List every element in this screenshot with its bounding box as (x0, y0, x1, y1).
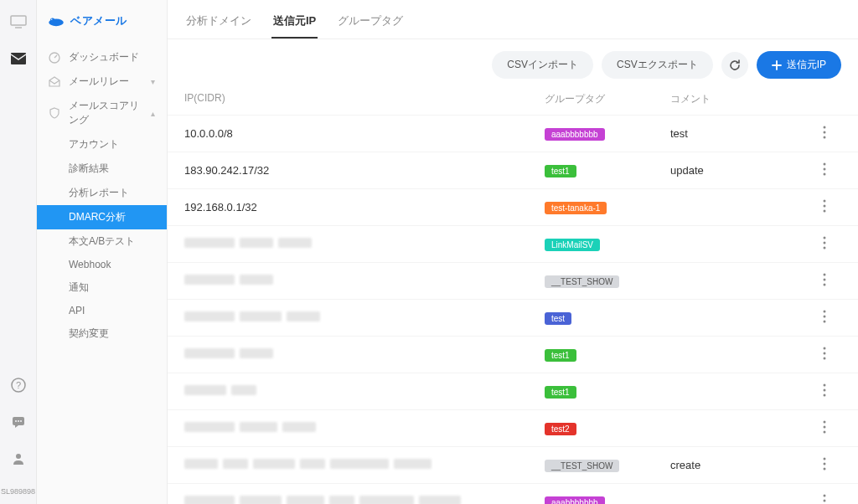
refresh-icon (728, 59, 742, 72)
cell-tag: test-tanaka-1 (545, 201, 670, 214)
svg-point-18 (824, 168, 826, 171)
row-more-button[interactable] (816, 420, 833, 436)
row-more-button[interactable] (816, 126, 833, 141)
tab-1[interactable]: 送信元IP (271, 8, 318, 39)
svg-point-21 (824, 205, 826, 208)
sidebar-sub-item-8[interactable]: 契約変更 (37, 321, 167, 346)
sidebar-item-2[interactable]: メールスコアリング▴ (37, 94, 167, 132)
table-row[interactable]: __TEST_SHOW (168, 262, 858, 299)
brand[interactable]: ベアメール (37, 0, 167, 45)
table-row[interactable]: aaabbbbbbb (168, 483, 858, 504)
svg-point-11 (50, 18, 54, 23)
cell-tag: __TEST_SHOW (545, 459, 670, 472)
table-row[interactable]: __TEST_SHOWcreate (168, 446, 858, 483)
group-tag-badge: LinkMailSV (545, 239, 600, 251)
user-icon[interactable] (10, 450, 27, 467)
row-more-button[interactable] (816, 347, 833, 363)
cell-ip: 183.90.242.17/32 (184, 164, 545, 177)
svg-point-40 (824, 431, 826, 434)
svg-point-19 (824, 173, 826, 176)
cell-comment: update (670, 164, 816, 177)
toolbar: CSVインポート CSVエクスポート 送信元IP (168, 39, 858, 84)
svg-point-14 (824, 126, 826, 129)
row-more-button[interactable] (816, 162, 833, 178)
row-more-button[interactable] (816, 457, 833, 473)
svg-point-43 (824, 468, 826, 471)
add-sender-ip-button[interactable]: 送信元IP (757, 51, 841, 79)
row-more-button[interactable] (816, 199, 833, 215)
cell-ip (184, 459, 545, 471)
cell-ip (184, 348, 545, 361)
svg-point-42 (824, 463, 826, 465)
row-more-button[interactable] (816, 236, 833, 252)
cell-ip: 192.168.0.1/32 (184, 201, 545, 213)
more-vert-icon (823, 310, 826, 323)
gauge-icon (49, 52, 60, 64)
cell-tag: aaabbbbbbb (545, 496, 670, 505)
table-row[interactable]: 192.168.0.1/32test-tanaka-1 (168, 188, 858, 225)
svg-point-24 (824, 242, 826, 244)
sidebar-sub-item-0[interactable]: アカウント (37, 132, 167, 157)
more-vert-icon (823, 199, 826, 213)
table-row[interactable]: 10.0.0.0/8aaabbbbbbbtest (168, 115, 858, 152)
table-row[interactable]: test (168, 299, 858, 336)
cell-tag: test1 (545, 164, 670, 177)
sidebar-item-0[interactable]: ダッシュボード (37, 45, 167, 69)
sidebar-item-1[interactable]: メールリレー▾ (37, 69, 167, 94)
table-row[interactable]: test2 (168, 409, 858, 446)
svg-point-35 (824, 384, 826, 387)
row-more-button[interactable] (816, 310, 833, 326)
cell-tag: LinkMailSV (545, 238, 670, 251)
refresh-button[interactable] (721, 52, 748, 79)
sidebar: ベアメール ダッシュボードメールリレー▾メールスコアリング▴アカウント診断結果分… (37, 0, 168, 504)
svg-point-39 (824, 426, 826, 429)
add-ip-label: 送信元IP (787, 58, 826, 72)
svg-point-29 (824, 311, 826, 313)
table-header: IP(CIDR) グループタグ コメント (168, 84, 858, 115)
svg-point-6 (15, 420, 17, 422)
sidebar-sub-item-4[interactable]: 本文A/Bテスト (37, 229, 167, 254)
cell-tag: test1 (545, 385, 670, 399)
svg-rect-0 (11, 16, 26, 25)
shield-icon (49, 107, 60, 119)
cell-comment: test (670, 127, 816, 140)
tab-2[interactable]: グループタグ (336, 8, 405, 39)
chevron-icon: ▾ (151, 77, 155, 86)
more-vert-icon (823, 236, 826, 249)
more-vert-icon (823, 383, 826, 397)
table-row[interactable]: test1 (168, 373, 858, 409)
mail-icon[interactable] (10, 50, 27, 67)
svg-point-41 (824, 458, 826, 460)
more-vert-icon (823, 457, 826, 471)
row-more-button[interactable] (816, 273, 833, 289)
sidebar-sub-item-6[interactable]: 通知 (37, 275, 167, 300)
svg-rect-2 (11, 53, 26, 64)
table-row[interactable]: LinkMailSV (168, 225, 858, 262)
sidebar-sub-item-5[interactable]: Webhook (37, 254, 167, 275)
sidebar-sub-item-3[interactable]: DMARC分析 (37, 205, 167, 229)
csv-export-button[interactable]: CSVエクスポート (602, 51, 713, 79)
tab-0[interactable]: 分析ドメイン (184, 8, 253, 39)
row-more-button[interactable] (816, 383, 833, 399)
csv-import-button[interactable]: CSVインポート (492, 51, 593, 79)
cell-tag: test (545, 311, 670, 325)
group-tag-badge: test1 (545, 349, 576, 362)
group-tag-badge: aaabbbbbbb (545, 496, 605, 505)
chat-icon[interactable] (10, 414, 27, 430)
sidebar-sub-item-1[interactable]: 診断結果 (37, 157, 167, 181)
help-icon[interactable]: ? (10, 377, 27, 393)
sidebar-sub-item-7[interactable]: API (37, 300, 167, 321)
svg-text:?: ? (15, 380, 20, 390)
group-tag-badge: test1 (545, 386, 576, 399)
group-tag-badge: aaabbbbbbb (545, 128, 605, 141)
sidebar-sub-item-2[interactable]: 分析レポート (37, 181, 167, 205)
svg-point-12 (51, 19, 52, 20)
cell-tag: aaabbbbbbb (545, 127, 670, 141)
table-row[interactable]: 183.90.242.17/32test1update (168, 152, 858, 188)
svg-point-7 (18, 420, 19, 422)
table-row[interactable]: test1 (168, 336, 858, 373)
monitor-icon[interactable] (10, 13, 27, 30)
svg-point-37 (824, 394, 826, 397)
svg-point-45 (824, 500, 826, 502)
row-more-button[interactable] (816, 494, 833, 504)
